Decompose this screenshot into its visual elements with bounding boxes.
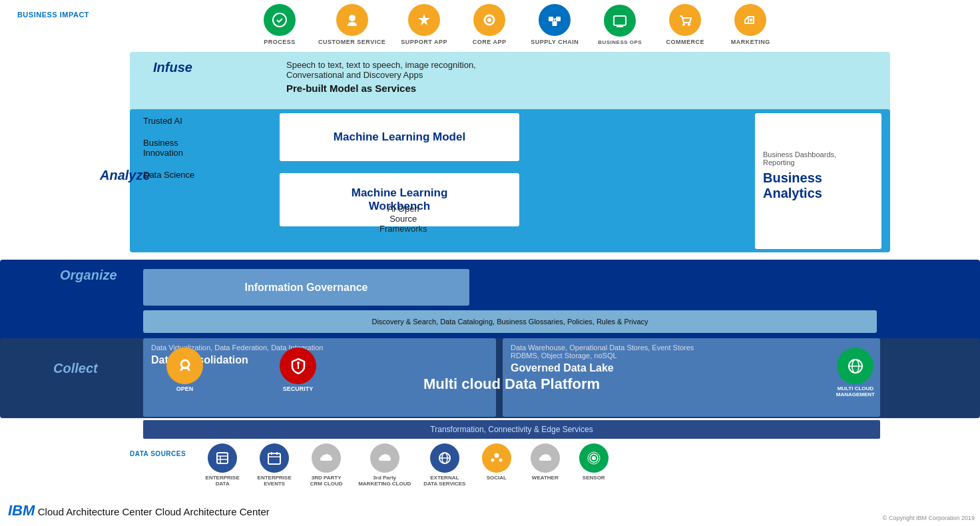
weather-label: WEATHER — [532, 475, 559, 481]
customer-service-label: CUSTOMER SERVICE — [318, 39, 385, 45]
top-icon-supply-chain: SUPPLY CHAIN — [528, 4, 581, 45]
svg-point-12 — [682, 23, 685, 26]
left-analyze-items: Trusted AI Business Innovation Data Scie… — [143, 116, 236, 180]
business-ops-icon — [604, 5, 636, 37]
top-icon-commerce: COMMERCE — [658, 4, 712, 45]
security-label: SECURITY — [283, 386, 314, 392]
top-icon-core-app: CORE APP — [463, 4, 516, 45]
marketing-icon — [734, 4, 766, 36]
sensor-circle — [579, 443, 609, 473]
weather-circle — [531, 443, 560, 473]
svg-rect-9 — [614, 16, 626, 25]
enterprise-events-label: ENTERPRISE EVENTS — [258, 475, 292, 487]
arch-center-text2: Cloud Architecture Center — [155, 506, 270, 517]
svg-point-1 — [349, 15, 356, 21]
prebuilt-title: Pre-built Model as Services — [286, 83, 881, 94]
top-icons-row: BUSINESS IMPACT PROCESS CUSTOMER SERVICE… — [0, 0, 980, 49]
marketing-cloud-circle — [370, 443, 399, 473]
top-icon-support-app: SUPPORT APP — [397, 4, 451, 45]
ml-model-box: Machine Learning Model — [280, 113, 519, 161]
collect-label: Collect — [53, 361, 98, 376]
open-section: OPEN — [166, 348, 203, 392]
customer-service-icon — [336, 4, 368, 36]
svg-point-32 — [494, 453, 499, 458]
top-icon-process: PROCESS — [253, 4, 306, 45]
process-label: PROCESS — [264, 39, 296, 45]
biz-analytics-title: Business Analytics — [763, 170, 873, 201]
multicloud-mgmt-label: MULTI CLOUD MANAGEMENT — [836, 386, 875, 397]
support-app-icon — [408, 4, 440, 36]
arch-center-text: Cloud Architecture Center — [38, 506, 152, 517]
prebuilt-section: Speech to text, text to speech, image re… — [286, 60, 881, 94]
top-icon-marketing: MARKETING — [724, 4, 777, 45]
security-icon — [280, 348, 316, 384]
svg-point-3 — [487, 18, 491, 22]
supply-chain-label: SUPPLY CHAIN — [531, 39, 579, 45]
marketing-cloud-label: 3rd Party MARKETING CLOUD — [358, 475, 411, 487]
ai-open-source: AI Open Source Frameworks — [379, 204, 427, 234]
data-sources-label: DATA SOURCES — [130, 450, 186, 457]
svg-point-17 — [297, 362, 300, 364]
data-science: Data Science — [143, 170, 236, 180]
multicloud-section: Multi cloud Data Platform — [143, 354, 880, 414]
business-innovation: Business Innovation — [143, 138, 236, 158]
sensor-icon: SENSOR — [575, 443, 612, 481]
infuse-label: Infuse — [153, 60, 192, 75]
open-icon — [166, 348, 203, 384]
open-label: OPEN — [176, 386, 194, 392]
enterprise-events-icon: ENTERPRISE EVENTS — [254, 443, 294, 487]
social-icon: SOCIAL — [478, 443, 515, 481]
core-app-label: CORE APP — [473, 39, 507, 45]
marketing-label: MARKETING — [731, 39, 770, 45]
social-circle — [482, 443, 511, 473]
trusted-ai: Trusted AI — [143, 116, 236, 126]
svg-rect-25 — [268, 453, 280, 464]
enterprise-data-circle — [208, 443, 237, 473]
support-app-label: SUPPORT APP — [401, 39, 447, 45]
organize-label: Organize — [60, 268, 117, 283]
weather-icon: WEATHER — [527, 443, 563, 481]
enterprise-data-label: ENTERPRISE DATA — [206, 475, 240, 487]
biz-analytics-box: Business Dashboards, Reporting Business … — [755, 142, 881, 249]
commerce-icon — [669, 4, 701, 36]
core-app-icon — [473, 4, 505, 36]
svg-point-33 — [491, 459, 494, 462]
svg-rect-21 — [217, 453, 228, 463]
business-impact-label: BUSINESS IMPACT — [17, 11, 89, 19]
supply-chain-icon — [539, 4, 571, 36]
transform-bar: Transformation, Connectivity & Edge Serv… — [143, 420, 880, 439]
prebuilt-desc: Speech to text, text to speech, image re… — [286, 60, 881, 80]
top-icon-customer-service: CUSTOMER SERVICE — [318, 4, 385, 45]
crm-cloud-circle — [312, 443, 341, 473]
multicloud-mgmt-section: MULTI CLOUD MANAGEMENT — [836, 348, 875, 397]
bottom-icons-row: DATA SOURCES ENTERPRISE DATA ENTERPRISE … — [130, 443, 980, 487]
marketing-cloud-icon: 3rd Party MARKETING CLOUD — [358, 443, 411, 487]
commerce-label: COMMERCE — [666, 39, 704, 45]
ibm-logo-section: IBM Cloud Architecture Center Cloud Arch… — [8, 502, 270, 519]
security-section: SECURITY — [280, 348, 316, 392]
ibm-text: IBM — [8, 502, 35, 519]
crm-cloud-label: 3RD PARTY CRM CLOUD — [310, 475, 343, 487]
data-sources-section: DATA SOURCES — [130, 443, 186, 457]
svg-rect-5 — [556, 17, 561, 21]
info-gov-box: Information Governance — [143, 269, 469, 306]
architecture-diagram: Infuse Speech to text, text to speech, i… — [0, 49, 980, 526]
business-ops-label: BUSINESS OPS — [598, 39, 642, 45]
top-icon-business-ops: BUSINESS OPS — [593, 5, 646, 45]
external-data-circle — [430, 443, 459, 473]
sensor-label: SENSOR — [583, 475, 605, 481]
svg-point-0 — [273, 13, 286, 27]
social-label: SOCIAL — [487, 475, 507, 481]
enterprise-events-circle — [260, 443, 289, 473]
svg-rect-14 — [750, 19, 752, 21]
biz-dashboards: Business Dashboards, Reporting — [763, 150, 873, 166]
multicloud-mgmt-icon — [837, 348, 873, 384]
svg-rect-4 — [549, 17, 553, 21]
process-icon — [264, 4, 296, 36]
enterprise-data-icon: ENTERPRISE DATA — [202, 443, 242, 487]
crm-cloud-icon: 3RD PARTY CRM CLOUD — [306, 443, 346, 487]
copyright: © Copyright IBM Corporation 2019 — [883, 511, 975, 523]
svg-point-35 — [592, 456, 596, 460]
external-data-icon: EXTERNAL DATA SERVICES — [423, 443, 466, 487]
svg-rect-6 — [553, 21, 557, 26]
